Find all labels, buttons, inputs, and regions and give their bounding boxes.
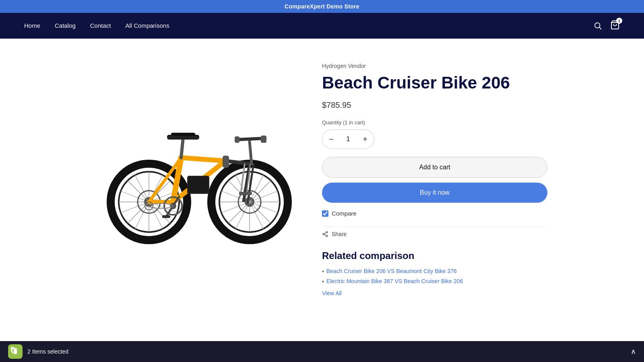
cart-icon-wrap[interactable]: 1 <box>610 20 620 31</box>
announcement-text: CompareXpert Demo Store <box>285 3 359 10</box>
nav-link-catalog[interactable]: Catalog <box>55 22 76 29</box>
nav-item-catalog[interactable]: Catalog <box>55 22 76 29</box>
nav-item-contact[interactable]: Contact <box>90 22 111 29</box>
product-image-section <box>97 55 298 297</box>
product-title: Beach Cruiser Bike 206 <box>322 73 547 93</box>
svg-rect-40 <box>171 133 195 136</box>
svg-point-0 <box>595 23 600 28</box>
vendor-name: Hydrogen Vendor <box>322 63 547 69</box>
svg-point-56 <box>323 233 324 235</box>
product-price: $785.95 <box>322 101 547 110</box>
svg-point-55 <box>326 232 328 233</box>
announcement-bar: CompareXpert Demo Store <box>0 0 644 13</box>
nav-links: Home Catalog Contact All Comparisons <box>24 22 169 29</box>
nav-link-all-comparisons[interactable]: All Comparisons <box>125 22 169 29</box>
search-icon[interactable] <box>593 21 602 30</box>
bike-svg <box>101 101 294 250</box>
main-content: Hydrogen Vendor Beach Cruiser Bike 206 $… <box>80 39 564 321</box>
main-nav: Home Catalog Contact All Comparisons <box>24 22 169 29</box>
quantity-value: 1 <box>340 136 356 143</box>
share-label: Share <box>332 231 347 237</box>
header-icons: 1 <box>593 20 620 31</box>
svg-point-57 <box>326 235 328 237</box>
header: Home Catalog Contact All Comparisons 1 <box>0 13 644 39</box>
svg-rect-49 <box>162 215 170 218</box>
cart-badge: 1 <box>616 18 622 24</box>
svg-line-30 <box>181 158 225 161</box>
view-all-link[interactable]: View All <box>322 290 342 296</box>
nav-link-home[interactable]: Home <box>24 22 40 29</box>
quantity-control: − 1 + <box>322 130 374 149</box>
comparison-item-2[interactable]: Electric Mountain Bike 387 VS Beach Crui… <box>322 278 547 285</box>
svg-line-58 <box>324 234 326 236</box>
nav-item-all-comparisons[interactable]: All Comparisons <box>125 22 169 29</box>
svg-line-38 <box>181 138 183 158</box>
svg-line-41 <box>250 142 252 164</box>
compare-label[interactable]: Compare <box>332 210 357 217</box>
buy-now-button[interactable]: Buy it now <box>322 183 547 203</box>
svg-rect-43 <box>261 136 266 143</box>
nav-link-contact[interactable]: Contact <box>90 22 111 29</box>
product-details: Hydrogen Vendor Beach Cruiser Bike 206 $… <box>322 55 547 297</box>
compare-checkbox[interactable] <box>322 210 328 217</box>
svg-line-1 <box>599 27 601 29</box>
add-to-cart-button[interactable]: Add to cart <box>322 157 547 178</box>
quantity-increase-button[interactable]: + <box>356 130 374 148</box>
comparison-link-1[interactable]: Beach Cruiser Bike 206 VS Beaumont City … <box>326 268 457 274</box>
share-icon <box>322 231 328 237</box>
share-row[interactable]: Share <box>322 226 547 237</box>
comparison-item-1[interactable]: Beach Cruiser Bike 206 VS Beaumont City … <box>322 268 547 275</box>
comparison-link-2[interactable]: Electric Mountain Bike 387 VS Beach Crui… <box>326 278 463 284</box>
svg-rect-54 <box>239 192 252 195</box>
related-comparison: Related comparison Beach Cruiser Bike 20… <box>322 250 547 297</box>
compare-row: Compare <box>322 210 547 217</box>
related-comparison-heading: Related comparison <box>322 250 547 261</box>
svg-rect-44 <box>235 136 239 143</box>
svg-line-42 <box>237 138 264 140</box>
svg-line-59 <box>324 233 326 234</box>
quantity-decrease-button[interactable]: − <box>322 130 340 148</box>
quantity-label: Quantity (1 in cart) <box>322 119 547 125</box>
svg-rect-37 <box>223 156 229 168</box>
nav-item-home[interactable]: Home <box>24 22 40 29</box>
comparison-list: Beach Cruiser Bike 206 VS Beaumont City … <box>322 268 547 285</box>
svg-rect-36 <box>188 177 208 193</box>
bike-image <box>101 99 294 252</box>
